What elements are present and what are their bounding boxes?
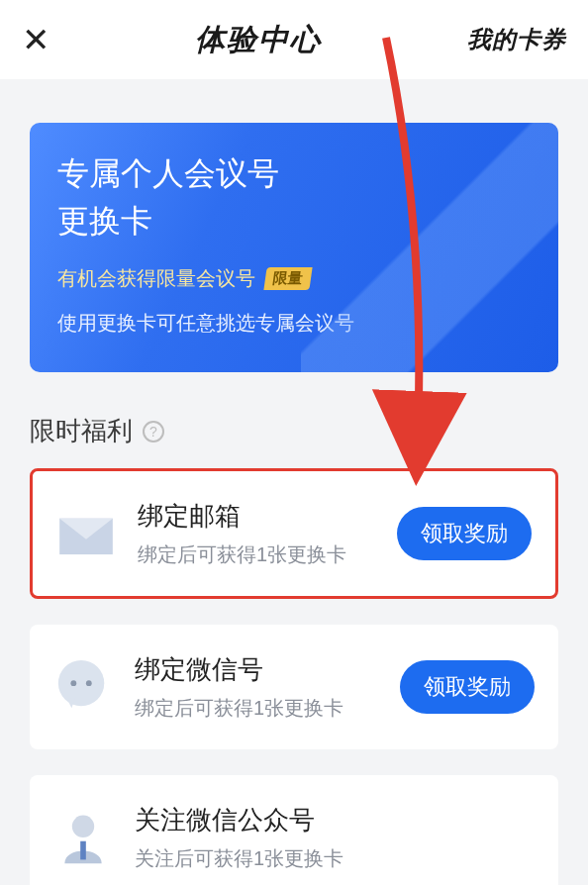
task-text: 关注微信公众号 关注后可获得1张更换卡 bbox=[135, 803, 535, 872]
chat-icon bbox=[53, 657, 113, 717]
task-sub: 绑定后可获得1张更换卡 bbox=[135, 695, 378, 722]
banner-sub: 有机会获得限量会议号 bbox=[57, 265, 255, 292]
banner-desc: 使用更换卡可任意挑选专属会议号 bbox=[57, 310, 531, 337]
claim-reward-button[interactable]: 领取奖励 bbox=[397, 507, 532, 560]
task-text: 绑定邮箱 绑定后可获得1张更换卡 bbox=[138, 499, 375, 568]
svg-point-4 bbox=[70, 680, 76, 686]
help-icon[interactable]: ? bbox=[143, 421, 164, 442]
banner-wrap: 专属个人会议号 更换卡 有机会获得限量会议号 限量 使用更换卡可任意挑选专属会议… bbox=[0, 123, 588, 372]
task-sub: 关注后可获得1张更换卡 bbox=[135, 845, 535, 872]
svg-point-5 bbox=[86, 680, 92, 686]
close-icon[interactable]: ✕ bbox=[22, 23, 49, 56]
svg-point-2 bbox=[58, 660, 104, 706]
limited-badge: 限量 bbox=[263, 267, 312, 290]
email-icon bbox=[56, 504, 116, 563]
banner-line1: 专属个人会议号 bbox=[57, 152, 531, 196]
promo-banner[interactable]: 专属个人会议号 更换卡 有机会获得限量会议号 限量 使用更换卡可任意挑选专属会议… bbox=[30, 123, 558, 372]
task-title: 绑定微信号 bbox=[135, 652, 378, 687]
header: ✕ 体验中心 我的卡券 bbox=[0, 0, 588, 79]
svg-point-6 bbox=[72, 816, 94, 837]
spacer bbox=[0, 79, 588, 123]
task-card-bind-wechat[interactable]: 绑定微信号 绑定后可获得1张更换卡 领取奖励 bbox=[30, 625, 558, 749]
section-title: 限时福利 bbox=[30, 414, 133, 448]
page-title: 体验中心 bbox=[195, 20, 322, 60]
section-header: 限时福利 ? bbox=[0, 372, 588, 468]
task-title: 关注微信公众号 bbox=[135, 803, 535, 837]
task-sub: 绑定后可获得1张更换卡 bbox=[138, 541, 375, 568]
person-icon bbox=[53, 808, 113, 867]
task-card-bind-email[interactable]: 绑定邮箱 绑定后可获得1张更换卡 领取奖励 bbox=[30, 468, 558, 599]
banner-sub-row: 有机会获得限量会议号 限量 bbox=[57, 265, 531, 292]
task-title: 绑定邮箱 bbox=[138, 499, 375, 534]
svg-rect-7 bbox=[80, 841, 86, 860]
my-cards-link[interactable]: 我的卡券 bbox=[467, 24, 566, 55]
task-text: 绑定微信号 绑定后可获得1张更换卡 bbox=[135, 652, 378, 722]
task-card-follow-official[interactable]: 关注微信公众号 关注后可获得1张更换卡 bbox=[30, 775, 558, 885]
banner-line2: 更换卡 bbox=[57, 200, 531, 244]
cards-list: 绑定邮箱 绑定后可获得1张更换卡 领取奖励 绑定微信号 绑定后可获得1张更换卡 … bbox=[0, 468, 588, 885]
claim-reward-button[interactable]: 领取奖励 bbox=[400, 660, 535, 714]
